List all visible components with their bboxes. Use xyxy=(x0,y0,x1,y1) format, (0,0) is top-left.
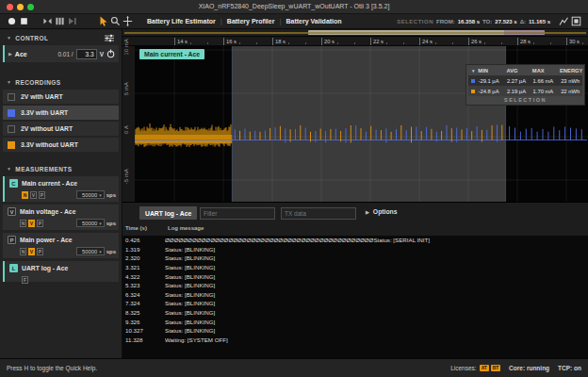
recording-item[interactable]: 2V without UART xyxy=(3,122,119,136)
show-graph-button[interactable] xyxy=(558,16,570,27)
play-to-end-button[interactable] xyxy=(66,16,78,27)
stat-toggle-badge[interactable]: P xyxy=(37,248,43,255)
log-message: Status: [BLINKING] xyxy=(165,264,588,270)
stop-button[interactable] xyxy=(18,16,30,27)
stat-avg: 2.27 µA xyxy=(507,78,533,84)
current-chart[interactable]: 10 mA5 mA0 A-5 mA Main current - Ace ▾ M… xyxy=(122,46,588,202)
sample-rate-dropdown[interactable]: 50000 ▾ xyxy=(76,219,105,227)
selection-stats-box: ▾ MIN AVG MAX ENERGY -29.1 µA2.27 µA1.66… xyxy=(466,64,585,106)
stat-toggle-badge[interactable]: F xyxy=(22,276,28,284)
record-button[interactable] xyxy=(6,16,18,27)
collapse-arrow-icon: ▼ xyxy=(7,35,11,41)
chevron-down-icon[interactable]: ▾ xyxy=(468,68,478,74)
log-row[interactable]: 5.323Status: [BLINKING] xyxy=(122,281,588,290)
tx-data-input[interactable] xyxy=(281,207,356,220)
layout-button[interactable] xyxy=(570,16,582,27)
curve-tag[interactable]: Main current - Ace xyxy=(139,49,204,59)
sample-rate-dropdown[interactable]: 50000 ▾ xyxy=(76,190,105,199)
recording-item[interactable]: 3.3V without UART xyxy=(3,138,119,152)
options-toggle[interactable]: ▶ Options xyxy=(366,208,398,215)
select-tool-button[interactable] xyxy=(97,16,109,27)
log-row[interactable]: 0.426ØØØØØØØØØØØØØØØØØØØØØØØØØØØØØØØØØØØ… xyxy=(122,236,588,245)
minor-tick xyxy=(190,42,191,44)
uart-log-tab[interactable]: UART log - Ace xyxy=(139,206,197,220)
log-row[interactable]: 4.322Status: [BLINKING] xyxy=(122,271,588,281)
measurement-label: Main voltage - Ace xyxy=(20,208,75,215)
log-row[interactable]: 7.324Status: [BLINKING] xyxy=(122,299,588,308)
stat-toggle-badge[interactable]: P xyxy=(39,191,45,199)
recording-color-checkbox[interactable] xyxy=(8,141,15,149)
sample-rate-unit: sps xyxy=(106,192,116,198)
stats-header-avg: AVG xyxy=(507,68,532,74)
tab-battery-validation[interactable]: Battery Validation xyxy=(286,18,341,25)
recording-item[interactable]: 3.3V with UART xyxy=(3,106,119,120)
tab-battery-profiler[interactable]: Battery Profiler xyxy=(227,18,275,25)
pan-tool-button[interactable] xyxy=(122,16,134,27)
time-axis[interactable]: 14 s16 s18 s20 s22 s24 s26 s28 s30 s xyxy=(122,37,588,46)
log-row[interactable]: 3.321Status: [BLINKING] xyxy=(122,263,588,272)
power-icon[interactable] xyxy=(106,49,115,58)
log-row[interactable]: 2.320Status: [BLINKING] xyxy=(122,254,588,263)
measurement-item[interactable]: VMain voltage - AceNVP50000 ▾sps xyxy=(3,205,119,230)
stat-toggle-badge[interactable]: N xyxy=(22,191,28,199)
stat-energy: 23 nWh xyxy=(561,78,582,84)
timeline-overview-scrollbar[interactable] xyxy=(122,29,588,37)
measurements-section-header[interactable]: ▼ MEASUREMENTS xyxy=(0,163,122,174)
recordings-section-header[interactable]: ▼ RECORDINGS xyxy=(0,76,122,88)
stat-avg: 2.19 µA xyxy=(507,89,533,94)
stat-toggle-badge[interactable]: V xyxy=(30,191,37,199)
log-row[interactable]: 11.328Waiting: [SYSTEM OFF] xyxy=(122,336,588,345)
stat-toggle-badge[interactable]: N xyxy=(20,220,26,227)
log-time: 11.328 xyxy=(122,336,165,343)
recording-color-checkbox[interactable] xyxy=(8,109,15,117)
log-row[interactable]: 9.326Status: [BLINKING] xyxy=(122,317,588,326)
expand-arrow-icon[interactable]: ▶ xyxy=(8,51,12,57)
sample-rate-dropdown[interactable]: 50000 ▾ xyxy=(76,247,105,255)
filter-input[interactable] xyxy=(200,207,275,220)
recording-checkbox[interactable] xyxy=(8,125,15,133)
window-title: XIAO_nRF52840_DeepSleep_wUART_wOutUART -… xyxy=(0,3,588,9)
chevron-down-icon: ▾ xyxy=(99,192,102,198)
log-row[interactable]: 6.324Status: [BLINKING] xyxy=(122,290,588,300)
licenses-status: Licenses: ATBT xyxy=(450,365,500,371)
trend-chart-icon xyxy=(559,16,569,26)
recording-checkbox[interactable] xyxy=(8,93,15,101)
series-color-swatch xyxy=(471,90,475,93)
log-time: 6.324 xyxy=(122,291,165,298)
voltage-input[interactable] xyxy=(76,49,97,59)
log-message: Status: [BLINKING] xyxy=(165,300,588,306)
log-rows-container[interactable]: 0.426ØØØØØØØØØØØØØØØØØØØØØØØØØØØØØØØØØØØ… xyxy=(122,236,588,359)
stat-energy: 22 nWh xyxy=(561,89,582,94)
log-row[interactable]: 1.319Status: [BLINKING] xyxy=(122,245,588,254)
log-row[interactable]: 8.325Status: [BLINKING] xyxy=(122,308,588,318)
measurement-item[interactable]: PMain power - AceNVP50000 ▾sps xyxy=(3,233,119,258)
panels-button[interactable] xyxy=(54,16,66,27)
stats-header-min: MIN xyxy=(478,68,506,74)
stat-toggle-badge[interactable]: N xyxy=(20,248,26,255)
selection-from-value: 16.358 s xyxy=(458,19,480,25)
zoom-tool-button[interactable] xyxy=(109,16,122,27)
tab-battery-life-estimator[interactable]: Battery Life Estimator xyxy=(147,18,216,25)
measurement-item[interactable]: LUART log - AceF xyxy=(3,261,119,282)
measurement-label: UART log - Ace xyxy=(22,265,68,271)
y-axis-label: 0 A xyxy=(123,125,133,134)
stats-header-row: ▾ MIN AVG MAX ENERGY xyxy=(468,66,582,75)
stats-row: -24.8 µA2.19 µA1.70 mA22 nWh xyxy=(468,86,582,96)
stat-toggle-badge[interactable]: V xyxy=(28,220,35,227)
column-time: Time (s) xyxy=(125,225,147,231)
stats-header-energy: ENERGY xyxy=(560,68,582,74)
fit-view-button[interactable] xyxy=(41,16,54,27)
minor-tick xyxy=(452,42,453,44)
sliders-icon[interactable] xyxy=(104,34,115,42)
selection-to-label: TO: xyxy=(482,19,492,25)
log-row[interactable]: 10.327Status: [BLINKING] xyxy=(122,326,588,336)
recording-item[interactable]: 2V with UART xyxy=(3,90,119,104)
stat-toggle-badge[interactable]: P xyxy=(37,220,43,227)
stat-toggle-badge[interactable]: V xyxy=(28,248,35,255)
control-section-header[interactable]: ▼ CONTROL xyxy=(0,32,122,43)
log-message: ØØØØØØØØØØØØØØØØØØØØØØØØØØØØØØØØØØØØØØØØ… xyxy=(165,237,588,243)
minor-tick xyxy=(207,42,208,44)
options-label: Options xyxy=(373,208,398,215)
recording-label: 2V without UART xyxy=(21,125,73,132)
measurement-item[interactable]: CMain current - AceNVP50000 ▾sps xyxy=(3,176,119,202)
